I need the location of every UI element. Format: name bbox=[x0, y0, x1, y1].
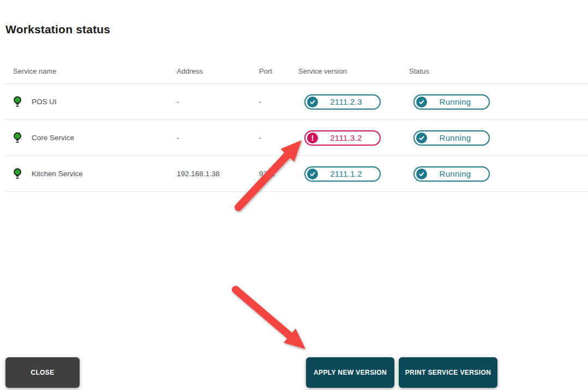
version-state-icon: ! bbox=[307, 97, 318, 107]
table-row: Kitchen Service 192.168.1.38 9211 ! 2111… bbox=[4, 156, 588, 192]
status-state-icon bbox=[416, 169, 427, 179]
header-status: Status bbox=[409, 67, 588, 75]
status-label: Running bbox=[427, 97, 489, 106]
lightbulb-icon bbox=[13, 168, 22, 179]
service-version-cell: ! 2111.1.2 bbox=[298, 166, 409, 182]
table-row: Core Service - - ! 2111.3.2 Running bbox=[4, 120, 588, 156]
status-badge: Running bbox=[413, 94, 490, 110]
status-cell: Running bbox=[409, 166, 588, 182]
version-badge: ! 2111.3.2 bbox=[304, 130, 381, 146]
header-service-version: Service version bbox=[298, 67, 409, 75]
status-cell: Running bbox=[409, 94, 588, 110]
status-state-icon bbox=[416, 133, 427, 143]
address-cell: - bbox=[177, 134, 259, 142]
status-label: Running bbox=[427, 133, 489, 142]
port-cell: - bbox=[259, 134, 298, 142]
address-cell: 192.168.1.38 bbox=[177, 170, 259, 178]
header-service-name: Service name bbox=[4, 67, 177, 75]
workstation-status-table: Service name Address Port Service versio… bbox=[4, 59, 588, 192]
exclamation-icon: ! bbox=[311, 134, 314, 142]
status-badge: Running bbox=[413, 166, 490, 182]
service-name-cell: POS UI bbox=[4, 96, 177, 107]
service-name-cell: Core Service bbox=[4, 132, 177, 143]
version-state-icon: ! bbox=[307, 169, 318, 179]
version-state-icon: ! bbox=[307, 133, 318, 143]
check-icon bbox=[309, 171, 316, 177]
check-icon bbox=[418, 171, 425, 177]
header-port: Port bbox=[259, 67, 298, 75]
page-title: Workstation status bbox=[5, 23, 110, 36]
header-address: Address bbox=[177, 67, 259, 75]
annotation-arrow-to-apply-button bbox=[236, 290, 305, 349]
service-name-label: POS UI bbox=[32, 98, 57, 106]
service-version-cell: ! 2111.3.2 bbox=[298, 130, 409, 146]
version-label: 2111.1.2 bbox=[318, 169, 380, 178]
table-header-row: Service name Address Port Service versio… bbox=[4, 59, 588, 84]
version-badge: ! 2111.1.2 bbox=[304, 166, 381, 182]
table-body: POS UI - - ! 2111.2.3 Running bbox=[4, 84, 588, 192]
service-name-label: Kitchen Service bbox=[32, 170, 83, 178]
status-badge: Running bbox=[413, 130, 490, 146]
apply-new-version-button[interactable]: APPLY NEW VERSION bbox=[306, 357, 394, 388]
version-label: 2111.3.2 bbox=[318, 133, 380, 142]
port-cell: - bbox=[259, 98, 298, 106]
service-name-label: Core Service bbox=[32, 134, 74, 142]
status-cell: Running bbox=[409, 130, 588, 146]
close-button[interactable]: CLOSE bbox=[5, 357, 80, 388]
status-state-icon bbox=[416, 97, 427, 107]
check-icon bbox=[309, 99, 316, 105]
print-service-version-button[interactable]: PRINT SERVICE VERSION bbox=[399, 357, 497, 388]
lightbulb-icon bbox=[13, 132, 22, 143]
table-row: POS UI - - ! 2111.2.3 Running bbox=[4, 84, 588, 120]
lightbulb-icon bbox=[13, 96, 22, 107]
service-name-cell: Kitchen Service bbox=[4, 168, 177, 179]
status-label: Running bbox=[427, 169, 489, 178]
check-icon bbox=[418, 135, 425, 141]
service-version-cell: ! 2111.2.3 bbox=[298, 94, 409, 110]
check-icon bbox=[418, 99, 425, 105]
version-label: 2111.2.3 bbox=[318, 97, 380, 106]
port-cell: 9211 bbox=[259, 170, 298, 178]
version-badge: ! 2111.2.3 bbox=[304, 94, 381, 110]
address-cell: - bbox=[177, 98, 259, 106]
